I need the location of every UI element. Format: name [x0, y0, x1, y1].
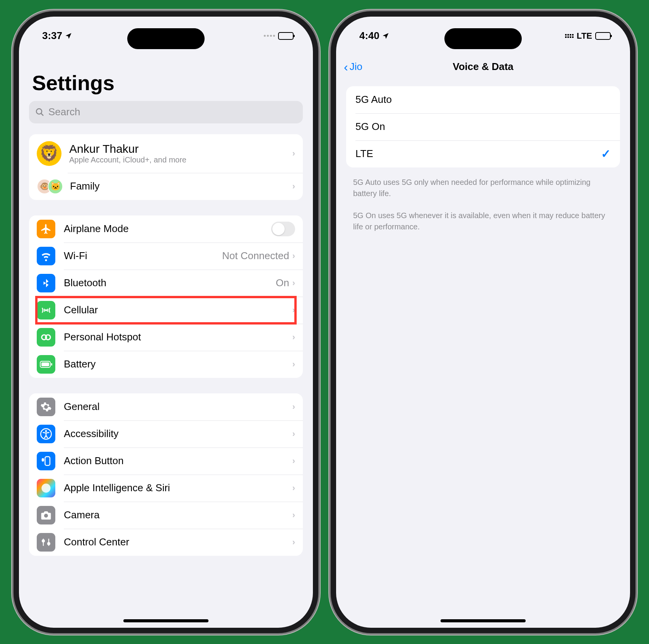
control-center-row[interactable]: Control Center ›: [29, 529, 303, 556]
svg-point-17: [48, 542, 50, 545]
accessibility-icon: [37, 425, 55, 443]
bluetooth-row[interactable]: Bluetooth On ›: [29, 270, 303, 297]
dynamic-island: [444, 28, 522, 49]
back-button[interactable]: ‹ Jio: [344, 61, 362, 73]
option-label: 5G Auto: [355, 94, 611, 106]
chevron-left-icon: ‹: [344, 61, 348, 73]
airplane-icon: [37, 220, 55, 238]
apple-account-row[interactable]: 🦁 Ankur Thakur Apple Account, iCloud+, a…: [29, 134, 303, 173]
svg-line-1: [41, 113, 43, 116]
general-row[interactable]: General ›: [29, 393, 303, 420]
cellular-icon: [37, 301, 55, 319]
chevron-right-icon: ›: [292, 402, 295, 412]
cellular-row[interactable]: Cellular ›: [29, 297, 303, 324]
family-avatars-icon: 🐵🐱: [37, 179, 63, 194]
option-label: LTE: [355, 148, 601, 160]
back-label: Jio: [350, 61, 362, 73]
search-input[interactable]: Search: [29, 101, 303, 123]
nav-title: Voice & Data: [453, 61, 513, 73]
location-arrow-icon: [382, 32, 389, 40]
svg-rect-6: [41, 362, 49, 366]
cellular-label: Cellular: [64, 304, 292, 316]
svg-point-0: [36, 109, 42, 114]
action-button-row[interactable]: Action Button ›: [29, 448, 303, 475]
network-type: LTE: [577, 31, 592, 41]
option-5g-auto[interactable]: 5G Auto: [346, 86, 620, 113]
home-indicator[interactable]: [123, 619, 208, 622]
wifi-icon: [37, 247, 55, 265]
chevron-right-icon: ›: [292, 510, 295, 520]
chevron-right-icon: ›: [292, 251, 295, 261]
camera-icon: [37, 506, 55, 524]
battery-label: Battery: [64, 358, 292, 370]
hotspot-icon: [37, 328, 55, 347]
option-5g-on[interactable]: 5G On: [346, 113, 620, 140]
profile-subtitle: Apple Account, iCloud+, and more: [69, 155, 292, 164]
svg-point-12: [41, 483, 50, 492]
siri-icon: [37, 479, 55, 497]
camera-row[interactable]: Camera ›: [29, 502, 303, 529]
location-arrow-icon: [65, 32, 72, 40]
chevron-right-icon: ›: [292, 149, 295, 159]
chevron-right-icon: ›: [292, 332, 295, 342]
control-center-label: Control Center: [64, 536, 292, 548]
family-label: Family: [70, 180, 292, 192]
accessibility-row[interactable]: Accessibility ›: [29, 420, 303, 448]
gear-icon: [37, 398, 55, 416]
search-icon: [35, 108, 44, 117]
phone-settings: 3:37 Settings Search 🦁 Ankur Thakur Appl…: [19, 17, 313, 628]
wifi-detail: Not Connected: [222, 250, 289, 262]
svg-point-15: [42, 540, 44, 542]
wifi-label: Wi-Fi: [64, 250, 222, 262]
status-time: 4:40: [359, 30, 379, 42]
phone-voice-data: 4:40 LTE ‹ Jio Voice & Data 5G Auto: [336, 17, 630, 628]
dynamic-island: [127, 28, 205, 49]
chevron-right-icon: ›: [292, 537, 295, 547]
cellular-signal-icon: [264, 35, 275, 37]
general-label: General: [64, 401, 292, 413]
svg-point-9: [45, 430, 47, 432]
connectivity-group: Airplane Mode Wi-Fi Not Connected › Blue…: [29, 215, 303, 378]
chevron-right-icon: ›: [292, 278, 295, 288]
svg-rect-10: [45, 456, 50, 465]
profile-name: Ankur Thakur: [69, 142, 292, 155]
checkmark-icon: ✓: [601, 147, 611, 161]
svg-point-2: [45, 309, 47, 311]
action-button-label: Action Button: [64, 455, 292, 467]
siri-row[interactable]: Apple Intelligence & Siri ›: [29, 475, 303, 502]
control-center-icon: [37, 533, 55, 552]
battery-row[interactable]: Battery ›: [29, 351, 303, 378]
chevron-right-icon: ›: [292, 456, 295, 466]
airplane-row[interactable]: Airplane Mode: [29, 215, 303, 243]
profile-avatar-icon: 🦁: [37, 141, 61, 166]
hotspot-label: Personal Hotspot: [64, 331, 292, 343]
airplane-toggle[interactable]: [271, 222, 295, 236]
airplane-label: Airplane Mode: [64, 223, 271, 235]
option-label: 5G On: [355, 121, 611, 133]
home-indicator[interactable]: [441, 619, 526, 622]
bluetooth-detail: On: [276, 277, 289, 289]
bluetooth-label: Bluetooth: [64, 277, 276, 289]
hotspot-row[interactable]: Personal Hotspot ›: [29, 324, 303, 351]
option-lte[interactable]: LTE ✓: [346, 140, 620, 167]
nav-bar: ‹ Jio Voice & Data: [336, 55, 630, 79]
wifi-row[interactable]: Wi-Fi Not Connected ›: [29, 243, 303, 270]
search-placeholder: Search: [48, 106, 80, 118]
svg-point-13: [44, 514, 48, 518]
svg-rect-11: [42, 458, 44, 461]
family-row[interactable]: 🐵🐱 Family ›: [29, 173, 303, 200]
battery-icon: [278, 32, 294, 40]
chevron-right-icon: ›: [292, 483, 295, 493]
voice-data-options: 5G Auto 5G On LTE ✓: [346, 86, 620, 167]
footer-5g-auto: 5G Auto uses 5G only when needed for per…: [336, 171, 630, 205]
footer-5g-on: 5G On uses 5G whenever it is available, …: [336, 205, 630, 238]
battery-settings-icon: [37, 355, 55, 374]
svg-rect-7: [51, 363, 52, 366]
chevron-right-icon: ›: [292, 359, 295, 369]
camera-label: Camera: [64, 509, 292, 521]
action-button-icon: [37, 452, 55, 470]
status-time: 3:37: [42, 30, 62, 42]
bluetooth-icon: [37, 274, 55, 292]
accessibility-label: Accessibility: [64, 428, 292, 440]
dual-signal-icon: [565, 34, 574, 38]
